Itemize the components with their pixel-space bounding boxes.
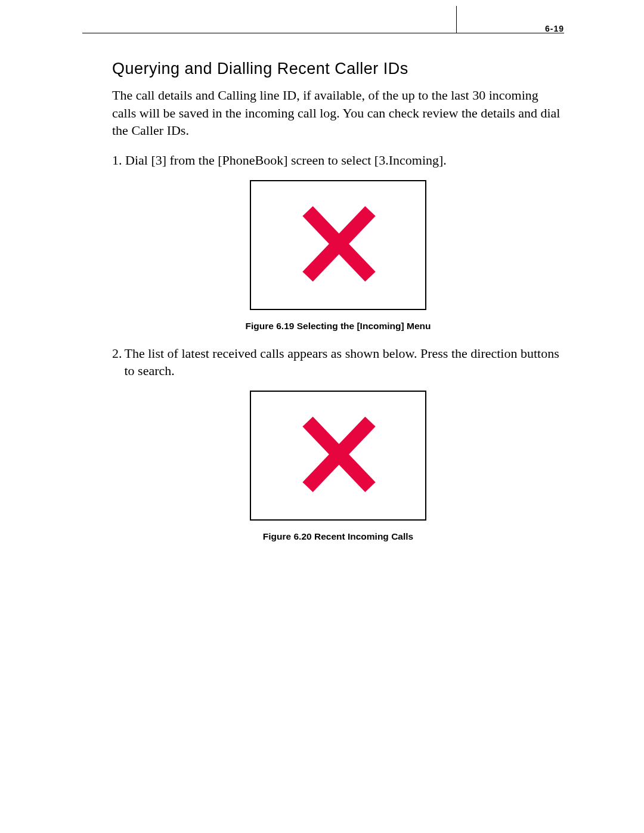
figure-2-caption: Figure 6.20 Recent Incoming Calls (112, 531, 564, 542)
broken-image-icon (251, 181, 424, 308)
figure-1-image (250, 180, 426, 310)
section-title: Querying and Dialling Recent Caller IDs (112, 60, 564, 78)
step-2-number: 2. (112, 345, 122, 380)
header-rule (82, 33, 564, 33)
figure-1-caption: Figure 6.19 Selecting the [Incoming] Men… (112, 321, 564, 332)
content-area: Querying and Dialling Recent Caller IDs … (112, 60, 564, 542)
step-1: 1. Dial [3] from the [PhoneBook] screen … (112, 151, 564, 169)
broken-image-icon (251, 392, 424, 518)
figure-2: Figure 6.20 Recent Incoming Calls (112, 391, 564, 542)
page-number: 6-19 (545, 24, 564, 33)
header-divider (456, 6, 457, 33)
step-2-body: The list of latest received calls appear… (122, 345, 565, 380)
intro-paragraph: The call details and Calling line ID, if… (112, 86, 564, 140)
step-2: 2. The list of latest received calls app… (112, 345, 564, 380)
page: 6-19 Querying and Dialling Recent Caller… (0, 0, 644, 833)
figure-1: Figure 6.19 Selecting the [Incoming] Men… (112, 180, 564, 332)
figure-2-image (250, 391, 426, 521)
